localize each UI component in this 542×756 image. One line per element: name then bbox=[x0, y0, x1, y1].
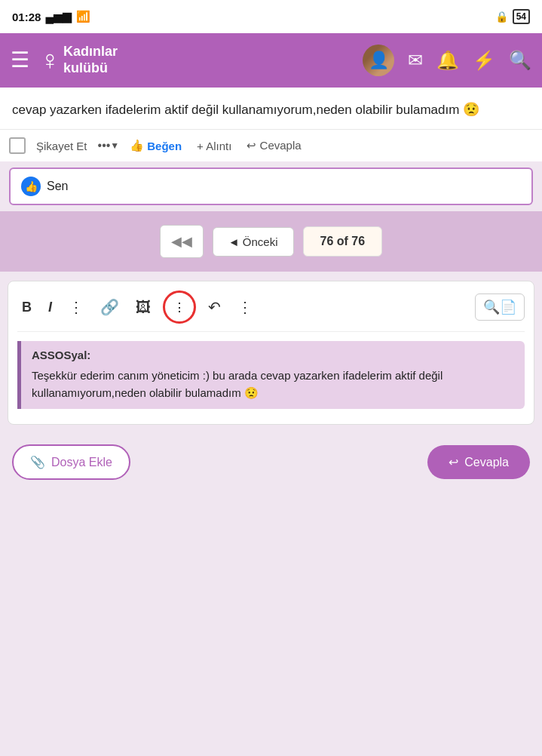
cevapla-top-button[interactable]: ↩ Cevapla bbox=[242, 136, 305, 155]
select-checkbox[interactable] bbox=[9, 137, 26, 154]
link-button[interactable]: 🔗 bbox=[96, 295, 124, 319]
status-right: 🔒 54 bbox=[495, 9, 530, 24]
editor-container: B I ⋮ 🔗 🖼 ⋮ ↶ ⋮ 🔍📄 ASSOSyal: Teşekkür ed… bbox=[8, 281, 534, 425]
more-options-button[interactable]: ••• ▼ bbox=[98, 139, 120, 152]
lightning-icon[interactable]: ⚡ bbox=[473, 50, 495, 71]
post-emoji: 😟 bbox=[463, 102, 479, 117]
app-logo: ♀ Kadınlar kulübü bbox=[40, 44, 352, 76]
like-thumb-badge: 👍 bbox=[21, 177, 41, 196]
quote-block: ASSOSyal: Teşekkür ederim canım yönetici… bbox=[17, 341, 525, 409]
paperclip-icon: 📎 bbox=[30, 455, 45, 469]
mail-icon[interactable]: ✉ bbox=[408, 50, 423, 71]
dosya-ekle-button[interactable]: 📎 Dosya Ekle bbox=[12, 444, 130, 480]
like-thumb-icon: 👍 bbox=[130, 139, 144, 152]
page-count: 76 of 76 bbox=[303, 226, 383, 257]
more-format-button[interactable]: ⋮ bbox=[64, 295, 88, 319]
prev-page-button[interactable]: ◄ Önceki bbox=[213, 227, 294, 257]
alinti-button[interactable]: + Alıntı bbox=[192, 137, 236, 155]
file-search-icon: 🔍📄 bbox=[483, 300, 516, 315]
post-text: cevap yazarken ifadelerim aktif değil ku… bbox=[12, 100, 530, 120]
italic-button[interactable]: I bbox=[44, 297, 57, 318]
search-icon[interactable]: 🔍 bbox=[509, 50, 531, 71]
begen-button[interactable]: 👍 Beğen bbox=[125, 136, 186, 155]
bold-button[interactable]: B bbox=[17, 297, 36, 318]
status-left: 01:28 ▄▅▆ 📶 bbox=[12, 10, 90, 23]
dropdown-arrow-icon: ▼ bbox=[110, 140, 119, 151]
toolbar-right: 🔍📄 bbox=[475, 293, 525, 321]
status-bar: 01:28 ▄▅▆ 📶 🔒 54 bbox=[0, 0, 542, 33]
action-bar: Şikayet Et ••• ▼ 👍 Beğen + Alıntı ↩ Ceva… bbox=[0, 129, 542, 161]
reply-icon: ↩ bbox=[449, 455, 458, 469]
hamburger-menu-button[interactable]: ☰ bbox=[11, 50, 29, 71]
status-time: 01:28 bbox=[12, 11, 41, 23]
wifi-icon: 📶 bbox=[76, 10, 90, 23]
logo-text: Kadınlar kulübü bbox=[63, 44, 118, 76]
pagination-area: ◀◀ ◄ Önceki 76 of 76 bbox=[0, 211, 542, 272]
bottom-bar: 📎 Dosya Ekle ↩ Cevapla bbox=[0, 434, 542, 490]
navbar-icons: 👤 ✉ 🔔 ⚡ 🔍 bbox=[363, 45, 531, 76]
emoji-dots-icon: ⋮ bbox=[173, 300, 185, 315]
editor-toolbar: B I ⋮ 🔗 🖼 ⋮ ↶ ⋮ 🔍📄 bbox=[17, 290, 525, 332]
first-page-button[interactable]: ◀◀ bbox=[160, 225, 204, 258]
lock-icon: 🔒 bbox=[495, 11, 508, 23]
navbar: ☰ ♀ Kadınlar kulübü 👤 ✉ 🔔 ⚡ 🔍 bbox=[0, 33, 542, 88]
sikayet-button[interactable]: Şikayet Et bbox=[32, 137, 92, 155]
emoji-highlighted-button[interactable]: ⋮ bbox=[163, 290, 196, 324]
post-content: cevap yazarken ifadelerim aktif değil ku… bbox=[0, 88, 542, 129]
more-options-toolbar-button[interactable]: ⋮ bbox=[233, 295, 257, 319]
quote-text: Teşekkür ederim canım yöneticim :) bu ar… bbox=[32, 367, 514, 401]
file-search-button[interactable]: 🔍📄 bbox=[475, 293, 525, 321]
logo-line1: Kadınlar bbox=[63, 44, 118, 60]
liked-bar: 👍 Sen bbox=[9, 167, 533, 205]
signal-icon: ▄▅▆ bbox=[45, 10, 72, 23]
logo-icon: ♀ bbox=[40, 45, 60, 76]
undo-button[interactable]: ↶ bbox=[204, 295, 225, 319]
battery-indicator: 54 bbox=[513, 9, 530, 24]
logo-line2: kulübü bbox=[63, 60, 118, 77]
quote-emoji: 😟 bbox=[244, 386, 259, 399]
quote-author: ASSOSyal: bbox=[32, 349, 514, 361]
avatar[interactable]: 👤 bbox=[363, 45, 394, 76]
cevapla-button[interactable]: ↩ Cevapla bbox=[427, 445, 530, 479]
bell-icon[interactable]: 🔔 bbox=[436, 50, 459, 71]
liked-label: Sen bbox=[47, 180, 68, 193]
image-button[interactable]: 🖼 bbox=[131, 296, 155, 319]
